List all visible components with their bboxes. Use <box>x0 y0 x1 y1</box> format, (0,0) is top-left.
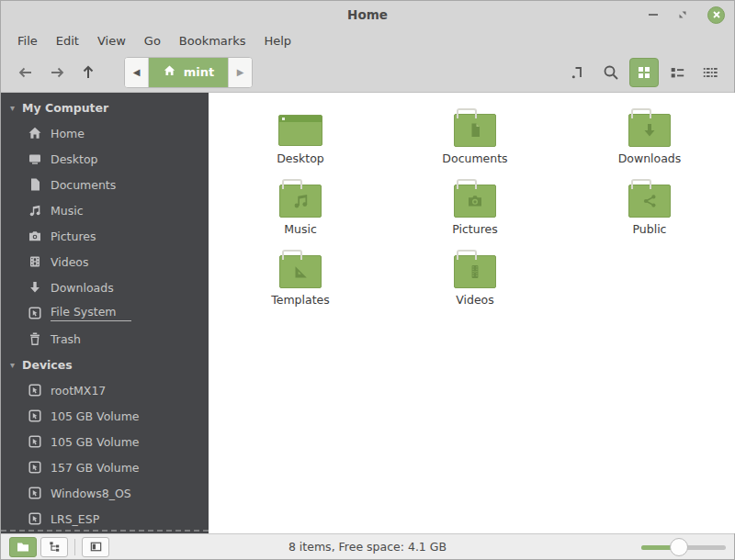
up-button[interactable] <box>73 57 104 88</box>
folder-pictures[interactable]: Pictures <box>388 174 562 245</box>
sidebar-item-pictures[interactable]: Pictures <box>1 223 209 249</box>
zoom-slider-thumb[interactable] <box>670 538 688 556</box>
folder-downloads[interactable]: Downloads <box>562 104 735 174</box>
sidebar-item-downloads[interactable]: Downloads <box>1 274 209 300</box>
document-folder-icon <box>454 114 496 147</box>
breadcrumb: ◀ mint ▶ <box>124 57 253 88</box>
download-icon <box>28 280 42 295</box>
view-grid-button[interactable] <box>629 58 659 87</box>
folder-desktop[interactable]: Desktop <box>213 104 388 174</box>
drive-icon <box>28 409 42 423</box>
maximize-icon[interactable] <box>677 9 688 20</box>
menu-bookmarks[interactable]: Bookmarks <box>170 31 255 50</box>
sidebar-item-trash[interactable]: Trash <box>1 326 209 352</box>
folder-icon <box>628 104 671 147</box>
breadcrumb-prev-icon[interactable]: ◀ <box>125 58 149 87</box>
folder-icon <box>278 104 322 147</box>
drive-icon <box>28 511 42 526</box>
toolbar: ◀ mint ▶ <box>1 52 734 93</box>
menu-help[interactable]: Help <box>254 31 300 50</box>
menu-view[interactable]: View <box>88 31 135 50</box>
sidebar-item-home[interactable]: Home <box>1 120 209 146</box>
drive-icon <box>28 460 42 475</box>
search-icon[interactable] <box>596 58 626 87</box>
sidebar: ▾My Computer Home Desktop Documents Musi… <box>1 93 209 533</box>
back-button[interactable] <box>10 57 41 88</box>
home-icon <box>163 64 176 80</box>
menu-file[interactable]: File <box>8 31 47 50</box>
sidebar-section-devices[interactable]: ▾Devices <box>1 352 209 377</box>
share-folder-icon <box>628 185 671 218</box>
folder-documents[interactable]: Documents <box>388 104 562 174</box>
drive-icon <box>28 383 42 398</box>
file-manager-window: Home FileEditViewGoBookmarksHelp ◀ <box>0 0 735 560</box>
drive-icon <box>28 486 42 500</box>
sidebar-item-file-system[interactable]: File System <box>1 300 209 326</box>
drive-icon <box>28 434 42 449</box>
forward-button[interactable] <box>41 57 73 88</box>
close-icon[interactable] <box>707 6 725 24</box>
titlebar[interactable]: Home <box>1 1 734 28</box>
window-title: Home <box>347 7 388 22</box>
sidebar-item-105-gb-volume[interactable]: 105 GB Volume <box>1 403 209 429</box>
menubar: FileEditViewGoBookmarksHelp <box>1 28 734 52</box>
folder-templates[interactable]: Templates <box>213 245 388 316</box>
music-folder-icon <box>279 185 322 218</box>
sidebar-item-music[interactable]: Music <box>1 197 209 223</box>
sidebar-item-157-gb-volume[interactable]: 157 GB Volume <box>1 454 209 480</box>
desktop-icon <box>278 115 322 146</box>
breadcrumb-current[interactable]: mint <box>149 58 228 87</box>
home-icon <box>28 126 42 140</box>
toggle-location-entry-icon[interactable] <box>563 58 593 87</box>
zoom-slider[interactable] <box>641 537 726 557</box>
sidebar-item-rootmx17[interactable]: rootMX17 <box>1 377 209 403</box>
folder-public[interactable]: Public <box>562 174 735 245</box>
film-folder-icon <box>454 255 496 288</box>
folder-icon <box>279 245 322 288</box>
sidebar-section-my-computer[interactable]: ▾My Computer <box>1 95 209 120</box>
menu-edit[interactable]: Edit <box>47 31 88 50</box>
folder-icon <box>454 245 496 288</box>
camera-folder-icon <box>454 185 496 218</box>
camera-icon <box>28 229 42 243</box>
file-view[interactable]: Desktop Documents Downloads Music Pictur… <box>209 93 735 533</box>
folder-videos[interactable]: Videos <box>388 245 562 316</box>
folder-icon <box>454 104 496 147</box>
view-compact-button[interactable] <box>695 58 725 87</box>
caret-down-icon: ▾ <box>10 360 15 370</box>
download-folder-icon <box>628 114 671 147</box>
menu-go[interactable]: Go <box>135 31 170 50</box>
trash-icon <box>28 331 42 346</box>
show-places-button[interactable] <box>9 537 37 557</box>
sidebar-item-windows8-os[interactable]: Windows8_OS <box>1 480 209 506</box>
sidebar-item-documents[interactable]: Documents <box>1 172 209 197</box>
template-folder-icon <box>279 255 322 288</box>
breadcrumb-label: mint <box>184 65 214 79</box>
drive-icon <box>28 306 42 320</box>
folder-icon <box>628 174 671 218</box>
desktop-icon <box>28 151 42 166</box>
breadcrumb-next-icon[interactable]: ▶ <box>228 58 252 87</box>
folder-music[interactable]: Music <box>213 174 388 245</box>
sidebar-item-105-gb-volume[interactable]: 105 GB Volume <box>1 429 209 454</box>
status-text: 8 items, Free space: 4.1 GB <box>288 540 447 554</box>
toggle-sidebar-button[interactable] <box>82 537 109 557</box>
view-list-button[interactable] <box>662 58 692 87</box>
folder-icon <box>279 174 322 218</box>
document-icon <box>28 177 42 192</box>
statusbar: 8 items, Free space: 4.1 GB <box>1 533 734 559</box>
sidebar-item-lrs-esp[interactable]: LRS_ESP <box>1 506 209 532</box>
film-icon <box>28 254 42 269</box>
caret-down-icon: ▾ <box>10 103 15 113</box>
sidebar-item-videos[interactable]: Videos <box>1 249 209 274</box>
music-icon <box>28 203 42 218</box>
folder-icon <box>454 174 496 218</box>
minimize-icon[interactable] <box>649 14 658 16</box>
sidebar-item-desktop[interactable]: Desktop <box>1 146 209 172</box>
show-treeview-button[interactable] <box>40 537 68 557</box>
